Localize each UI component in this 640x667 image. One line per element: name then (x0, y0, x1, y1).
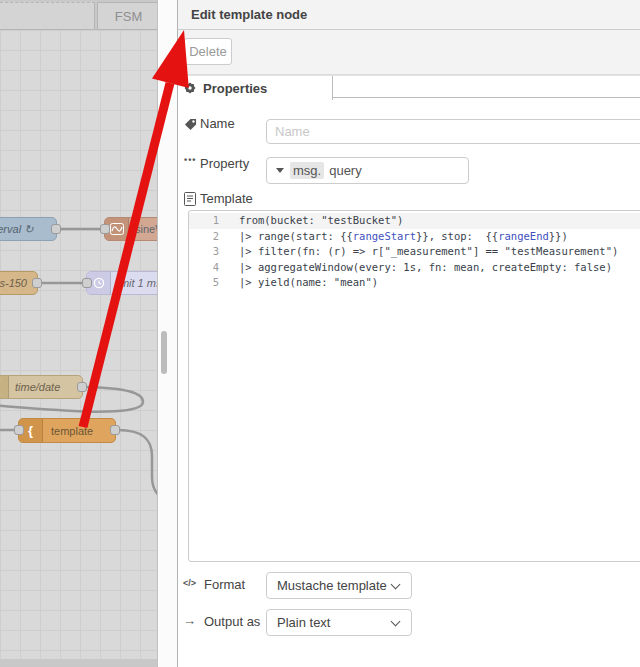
node-ms150[interactable]: s-150 (0, 271, 38, 295)
node-template-output-port[interactable] (110, 425, 120, 435)
delete-button[interactable]: Delete (184, 38, 232, 65)
format-select[interactable]: Mustache template (266, 572, 412, 599)
format-field-label: Format (204, 577, 245, 592)
ellipsis-icon: ••• (184, 155, 196, 165)
node-limit-label: limit 1 ms (115, 277, 158, 289)
property-type-prefix[interactable]: msg. (290, 162, 324, 179)
output-arrow-icon: → (183, 613, 196, 628)
edit-panel-toolbar: Delete (178, 30, 640, 75)
node-ms150-output-port[interactable] (32, 278, 42, 288)
chevron-down-icon (391, 617, 401, 627)
property-typed-input[interactable]: msg. query (266, 157, 469, 184)
format-select-value: Mustache template (277, 578, 387, 593)
gear-icon (184, 82, 196, 94)
code-line: 3|> filter(fn: (r) => r["_measurement"] … (189, 244, 640, 260)
code-line: 4|> aggregateWindow(every: 1s, fn: mean,… (189, 260, 640, 276)
node-template[interactable]: { template (18, 418, 116, 443)
node-timedate[interactable]: f time/date (0, 375, 83, 399)
property-value[interactable]: query (329, 163, 362, 178)
output-select[interactable]: Plain text (266, 609, 412, 636)
output-field-label: Output as (204, 614, 260, 629)
node-limit[interactable]: limit 1 ms (86, 271, 158, 295)
name-field-label: Name (200, 116, 235, 131)
edit-node-panel: Edit template node Delete Properties Nam… (177, 0, 640, 667)
template-file-icon (184, 192, 196, 206)
template-code-editor[interactable]: 1from(bucket: "testBucket")2|> range(sta… (188, 210, 640, 562)
code-line: 1from(bucket: "testBucket") (189, 213, 640, 229)
node-limit-input-port[interactable] (82, 278, 92, 288)
node-interval[interactable]: interval ↻ (0, 217, 57, 241)
type-select-caret-icon[interactable] (276, 168, 284, 173)
node-timedate-output-port[interactable] (77, 382, 87, 392)
tab-properties[interactable]: Properties (178, 76, 333, 100)
flow-canvas[interactable]: interval ↻ sineWave s-150 limit 1 ms f t… (0, 0, 158, 667)
node-sinewave-label: sineWave (135, 223, 158, 235)
edit-panel-tabrow: Properties (178, 75, 640, 98)
code-line: 2|> range(start: {{rangeStart}}, stop: {… (189, 229, 640, 245)
output-select-value: Plain text (277, 615, 330, 630)
chevron-down-icon (391, 580, 401, 590)
code-brackets-icon: </> (183, 578, 196, 588)
flow-wires (0, 0, 158, 667)
tag-icon (184, 118, 197, 131)
node-sinewave[interactable]: sineWave (104, 217, 158, 241)
canvas-scrollbar-track (159, 0, 177, 667)
node-template-label: template (51, 425, 93, 437)
node-template-input-port[interactable] (14, 425, 24, 435)
template-field-label: Template (200, 191, 253, 206)
property-field-label: Property (200, 156, 249, 171)
edit-panel-header: Edit template node (178, 0, 640, 30)
edit-panel-title: Edit template node (191, 0, 307, 30)
function-icon: f (0, 376, 9, 398)
node-sinewave-input-port[interactable] (100, 224, 110, 234)
node-timedate-label: time/date (15, 381, 60, 393)
tab-properties-label: Properties (203, 81, 267, 96)
canvas-scrollbar-thumb[interactable] (161, 331, 167, 374)
node-ms150-label: s-150 (0, 277, 27, 289)
node-interval-label: interval ↻ (0, 223, 33, 236)
code-line: 5|> yield(name: "mean") (189, 275, 640, 291)
node-interval-output-port[interactable] (51, 224, 61, 234)
name-input[interactable] (266, 119, 640, 144)
